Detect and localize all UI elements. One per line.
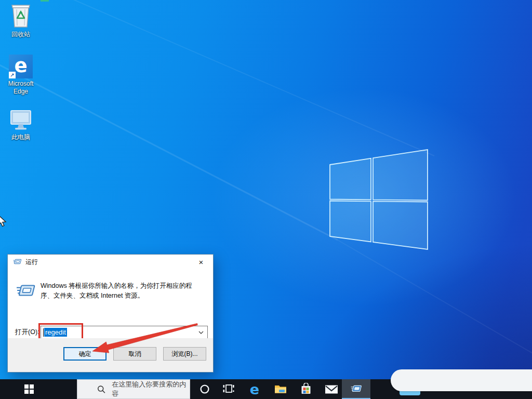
windows-logo-wallpaper bbox=[330, 150, 428, 249]
run-dialog: 运行 × Windows 将根据你所输入的名称，为你打开相应的程序、文件夹、文档… bbox=[7, 254, 214, 373]
desktop-icon-microsoft-edge[interactable]: e ↗ Microsoft Edge bbox=[2, 55, 39, 96]
screen-artifact bbox=[41, 0, 49, 2]
run-command-combobox[interactable]: regedit bbox=[41, 326, 208, 339]
this-pc-icon bbox=[9, 109, 33, 132]
search-icon bbox=[97, 385, 105, 394]
run-dialog-body: Windows 将根据你所输入的名称，为你打开相应的程序、文件夹、文档或 Int… bbox=[8, 269, 213, 339]
ok-button[interactable]: 确定 bbox=[63, 347, 107, 361]
cortana-button[interactable] bbox=[193, 379, 216, 399]
microsoft-store-button[interactable] bbox=[295, 379, 317, 399]
recycle-bin-icon bbox=[9, 3, 32, 29]
desktop-icon-label: 回收站 bbox=[11, 31, 30, 38]
task-view-button[interactable] bbox=[217, 379, 240, 399]
edge-icon: e ↗ bbox=[9, 55, 33, 78]
run-dialog-icon bbox=[13, 258, 22, 265]
mouse-cursor bbox=[0, 215, 8, 228]
mail-icon bbox=[325, 384, 338, 394]
run-dialog-title: 运行 bbox=[25, 258, 193, 267]
edge-icon: e bbox=[250, 382, 259, 396]
taskbar-run-app-button[interactable] bbox=[342, 379, 370, 399]
desktop-icon-this-pc[interactable]: 此电脑 bbox=[2, 109, 39, 141]
taskbar-edge-button[interactable]: e bbox=[243, 379, 266, 399]
privacy-overlay bbox=[391, 369, 532, 391]
run-app-icon bbox=[351, 384, 362, 394]
browse-button[interactable]: 浏览(B)... bbox=[163, 347, 206, 361]
chevron-down-icon[interactable] bbox=[198, 331, 204, 334]
run-command-value: regedit bbox=[44, 328, 67, 337]
open-field-label: 打开(O): bbox=[15, 326, 39, 339]
run-dialog-titlebar[interactable]: 运行 × bbox=[8, 255, 213, 269]
desktop-icon-recycle-bin[interactable]: 回收站 bbox=[2, 3, 39, 38]
microsoft-store-icon bbox=[300, 383, 312, 395]
text-caret bbox=[43, 328, 44, 337]
run-icon bbox=[16, 283, 36, 299]
close-button[interactable]: × bbox=[193, 256, 209, 268]
file-explorer-button[interactable] bbox=[269, 379, 292, 399]
search-placeholder: 在这里输入你要搜索的内容 bbox=[112, 380, 190, 398]
mail-button[interactable] bbox=[320, 379, 343, 399]
shortcut-arrow-icon: ↗ bbox=[9, 72, 16, 78]
desktop-icon-label: Microsoft Edge bbox=[2, 80, 39, 96]
run-dialog-description: Windows 将根据你所输入的名称，为你打开相应的程序、文件夹、文档或 Int… bbox=[41, 281, 201, 301]
cancel-button[interactable]: 取消 bbox=[113, 347, 156, 361]
run-dialog-footer: 确定 取消 浏览(B)... bbox=[8, 338, 213, 372]
task-view-icon bbox=[222, 383, 235, 395]
windows-desktop: 回收站 e ↗ Microsoft Edge 此电脑 bbox=[0, 0, 532, 399]
desktop-icon-label: 此电脑 bbox=[11, 134, 30, 141]
start-button[interactable] bbox=[15, 379, 44, 399]
windows-start-icon bbox=[24, 384, 34, 394]
file-explorer-icon bbox=[274, 384, 287, 394]
taskbar-search-input[interactable]: 在这里输入你要搜索的内容 bbox=[77, 379, 190, 399]
cortana-icon bbox=[200, 384, 210, 394]
